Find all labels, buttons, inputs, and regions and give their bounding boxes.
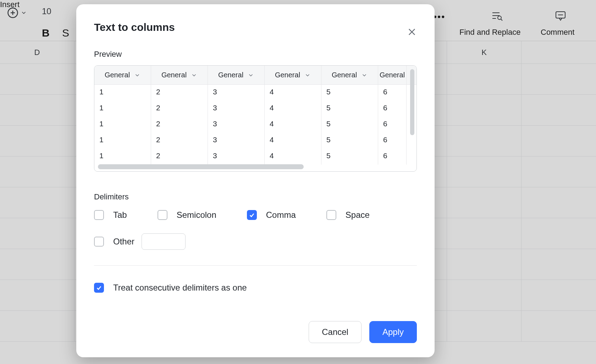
column-type-label: General bbox=[380, 71, 405, 79]
delimiter-other-input[interactable] bbox=[142, 233, 186, 250]
column-type-dropdown[interactable]: General bbox=[208, 66, 265, 84]
column-type-dropdown[interactable]: General bbox=[321, 66, 378, 84]
column-type-label: General bbox=[105, 71, 130, 79]
preview-row: 123456 bbox=[94, 133, 416, 149]
column-type-label: General bbox=[218, 71, 243, 79]
preview-cell: 4 bbox=[265, 117, 321, 133]
preview-cell: 3 bbox=[208, 101, 265, 117]
preview-cell: 6 bbox=[378, 117, 407, 133]
preview-row: 123456 bbox=[94, 101, 416, 117]
preview-vertical-scrollbar[interactable] bbox=[410, 69, 414, 135]
checkbox-label: Semicolon bbox=[177, 210, 216, 220]
preview-cell: 1 bbox=[94, 85, 151, 101]
checkbox-label: Tab bbox=[113, 210, 127, 220]
preview-cell: 1 bbox=[94, 117, 151, 133]
preview-row: 123456 bbox=[94, 85, 416, 101]
column-type-label: General bbox=[332, 71, 357, 79]
preview-cell: 3 bbox=[208, 149, 265, 165]
column-type-label: General bbox=[161, 71, 187, 79]
preview-cell: 2 bbox=[151, 117, 208, 133]
preview-cell: 1 bbox=[94, 133, 151, 149]
checkbox-label: Other bbox=[113, 237, 134, 247]
preview-cell: 4 bbox=[265, 101, 321, 117]
preview-cell: 6 bbox=[378, 149, 407, 165]
chevron-down-icon bbox=[191, 72, 197, 78]
preview-cell: 2 bbox=[151, 133, 208, 149]
preview-cell: 4 bbox=[265, 85, 321, 101]
divider bbox=[94, 265, 417, 266]
checkbox-label: Treat consecutive delimiters as one bbox=[113, 283, 247, 293]
delimiter-comma-checkbox[interactable]: Comma bbox=[247, 210, 296, 220]
chevron-down-icon bbox=[134, 72, 140, 78]
treat-consecutive-checkbox[interactable]: Treat consecutive delimiters as one bbox=[94, 283, 417, 293]
column-type-dropdown[interactable]: General bbox=[151, 66, 208, 84]
cancel-button[interactable]: Cancel bbox=[309, 321, 362, 343]
preview-cell: 5 bbox=[321, 101, 378, 117]
preview-cell: 5 bbox=[321, 85, 378, 101]
chevron-down-icon bbox=[361, 72, 368, 78]
delimiter-semicolon-checkbox[interactable]: Semicolon bbox=[158, 210, 216, 220]
preview-cell: 5 bbox=[321, 133, 378, 149]
apply-button[interactable]: Apply bbox=[369, 321, 417, 343]
delimiter-tab-checkbox[interactable]: Tab bbox=[94, 210, 127, 220]
preview-table: General General General General General … bbox=[94, 65, 417, 172]
checkbox-label: Space bbox=[346, 210, 370, 220]
preview-label: Preview bbox=[94, 50, 417, 59]
preview-cell: 3 bbox=[208, 85, 265, 101]
preview-cell: 5 bbox=[321, 149, 378, 165]
chevron-down-icon bbox=[304, 72, 311, 78]
column-type-dropdown[interactable]: General bbox=[94, 66, 151, 84]
preview-row: 123456 bbox=[94, 149, 416, 165]
preview-cell: 2 bbox=[151, 101, 208, 117]
close-button[interactable] bbox=[405, 26, 418, 38]
preview-cell: 2 bbox=[151, 85, 208, 101]
preview-cell: 4 bbox=[265, 149, 321, 165]
chevron-down-icon bbox=[248, 72, 254, 78]
preview-cell: 6 bbox=[378, 85, 407, 101]
preview-cell: 6 bbox=[378, 101, 407, 117]
check-icon bbox=[249, 212, 255, 218]
dialog-title: Text to columns bbox=[94, 21, 417, 33]
preview-header-row: General General General General General … bbox=[94, 66, 416, 85]
preview-cell: 3 bbox=[208, 117, 265, 133]
delimiter-space-checkbox[interactable]: Space bbox=[326, 210, 370, 220]
checkbox-label: Comma bbox=[266, 210, 296, 220]
delimiters-label: Delimiters bbox=[94, 192, 417, 202]
text-to-columns-dialog: Text to columns Preview General General … bbox=[76, 4, 435, 357]
check-icon bbox=[96, 285, 102, 291]
preview-horizontal-scrollbar[interactable] bbox=[98, 164, 304, 169]
preview-row: 123456 bbox=[94, 117, 416, 133]
column-type-dropdown[interactable]: General bbox=[265, 66, 321, 84]
preview-cell: 6 bbox=[378, 133, 407, 149]
preview-cell: 4 bbox=[265, 133, 321, 149]
preview-cell: 2 bbox=[151, 149, 208, 165]
preview-cell: 1 bbox=[94, 149, 151, 165]
preview-cell: 1 bbox=[94, 101, 151, 117]
column-type-dropdown[interactable]: General bbox=[378, 66, 407, 84]
preview-cell: 5 bbox=[321, 117, 378, 133]
delimiter-other-checkbox[interactable]: Other bbox=[94, 237, 134, 247]
close-icon bbox=[407, 27, 417, 37]
preview-cell: 3 bbox=[208, 133, 265, 149]
column-type-label: General bbox=[275, 71, 300, 79]
